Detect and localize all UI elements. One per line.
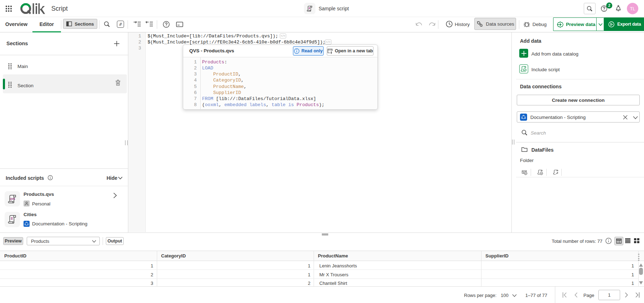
svg-text:QVS: QVS <box>10 198 15 200</box>
svg-text:2: 2 <box>608 3 610 7</box>
